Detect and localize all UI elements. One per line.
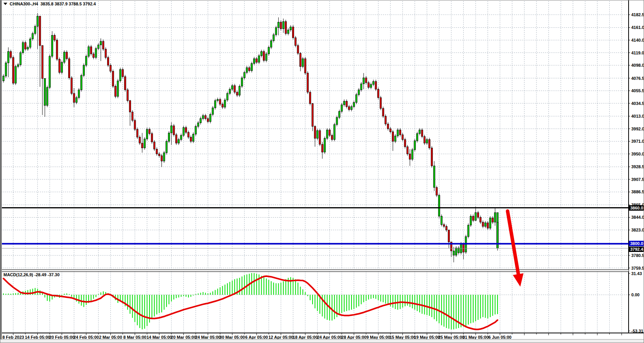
candle-bear xyxy=(365,78,367,83)
candle-bear xyxy=(368,83,369,87)
candle-bull xyxy=(239,86,240,95)
candle-bull xyxy=(17,65,19,67)
candle-bull xyxy=(373,81,374,84)
candle-bear xyxy=(122,69,123,77)
candle-bull xyxy=(353,102,355,106)
candle-bull xyxy=(232,86,233,89)
candle-bull xyxy=(494,213,496,222)
trend-arrow-shaft[interactable] xyxy=(508,211,518,274)
chevron-down-icon[interactable] xyxy=(3,3,7,5)
candle-bear xyxy=(399,130,401,135)
candle-bull xyxy=(275,27,277,35)
candle-bear xyxy=(314,127,316,139)
price-axis-label: 3823.0 xyxy=(631,228,644,232)
candle-bull xyxy=(290,27,291,30)
candle-bear xyxy=(480,217,481,222)
candle-bull xyxy=(470,216,471,225)
candle-bull xyxy=(258,56,260,62)
candle-bear xyxy=(56,40,58,59)
candle-bear xyxy=(71,78,72,93)
symbol-header: CHINA300-,H43835.8 3837.9 3788.5 3792.4 xyxy=(3,2,96,6)
candle-bull xyxy=(78,90,80,98)
candle-bear xyxy=(59,59,60,73)
candle-bull xyxy=(95,49,97,57)
candle-bull xyxy=(475,213,476,220)
candle-bull xyxy=(360,84,362,90)
candle-bear xyxy=(463,244,464,252)
candle-bull xyxy=(412,150,413,159)
candle-bull xyxy=(441,216,442,225)
candle-bull xyxy=(210,114,211,122)
candle-bear xyxy=(285,22,287,34)
candle-bear xyxy=(114,86,116,96)
candle-bull xyxy=(338,112,340,118)
candle-bull xyxy=(193,134,194,142)
price-axis-label: 4140.0 xyxy=(631,38,644,42)
candle-bull xyxy=(64,52,65,62)
axis-layer[interactable]: 4182.54161.04140.04119.04098.04076.54055… xyxy=(0,0,644,340)
price-axis-label: 4076.5 xyxy=(631,76,644,81)
candle-bull xyxy=(324,139,326,152)
candle-bear xyxy=(161,156,162,161)
candle-bear xyxy=(292,27,294,38)
price-axis-label: 3971.0 xyxy=(631,139,644,144)
candle-bull xyxy=(489,218,491,228)
candle-bull xyxy=(44,78,45,105)
candle-bear xyxy=(380,98,382,108)
window-left-edge xyxy=(0,0,2,343)
candle-bull xyxy=(241,78,243,86)
candle-bear xyxy=(151,133,153,142)
candle-bull xyxy=(76,98,77,102)
candle-bear xyxy=(132,112,133,120)
candle-bear xyxy=(190,137,192,141)
candle-bull xyxy=(253,59,255,63)
candle-bear xyxy=(431,148,432,166)
candle-bear xyxy=(409,154,411,159)
bottom-strip xyxy=(0,339,644,343)
candle-bull xyxy=(117,81,119,96)
candle-bear xyxy=(136,129,138,137)
ohlc-readout: 3835.8 3837.9 3788.5 3792.4 xyxy=(40,2,96,6)
candle-bull xyxy=(282,22,284,29)
candle-bull xyxy=(20,53,21,65)
price-axis-label: 3928.5 xyxy=(631,164,644,169)
trend-arrow-head[interactable] xyxy=(513,273,524,287)
mt4-chart-window: 4182.54161.04140.04119.04098.04076.54055… xyxy=(0,0,644,343)
candle-bull xyxy=(98,45,99,48)
price-axis-label: 4098.0 xyxy=(631,63,644,68)
candle-bull xyxy=(419,130,420,133)
candle-bear xyxy=(304,59,306,73)
price-axis-label: 3780.5 xyxy=(631,253,644,258)
candle-bull xyxy=(51,35,53,56)
candle-bull xyxy=(37,16,38,26)
candle-bear xyxy=(375,81,377,89)
candle-bear xyxy=(175,135,177,143)
candle-bear xyxy=(407,147,408,154)
candle-bull xyxy=(458,248,459,253)
candle-bull xyxy=(397,130,399,136)
candle-bull xyxy=(202,116,204,119)
candle-bull xyxy=(27,47,29,49)
candle-bull xyxy=(395,136,396,141)
candle-bear xyxy=(124,77,126,90)
candle-bull xyxy=(214,101,216,108)
candle-bull xyxy=(227,93,228,100)
candle-bear xyxy=(156,149,158,154)
candle-bull xyxy=(288,30,289,34)
candle-bull xyxy=(453,251,454,255)
candle-bull xyxy=(356,95,357,102)
candle-bull xyxy=(370,84,372,88)
candle-bear xyxy=(54,35,55,40)
candle-bull xyxy=(224,100,226,107)
candle-bear xyxy=(436,188,437,195)
candle-bear xyxy=(10,51,12,57)
candle-bull xyxy=(15,66,17,83)
candle-bear xyxy=(134,120,136,129)
candle-bear xyxy=(234,86,235,92)
candle-bear xyxy=(492,218,493,222)
macd-axis-label: 0.00 xyxy=(631,292,639,297)
candle-bull xyxy=(334,125,335,140)
candle-bull xyxy=(119,69,121,81)
price-chart[interactable]: 4182.54161.04140.04119.04098.04076.54055… xyxy=(0,0,644,343)
candle-bear xyxy=(312,104,313,127)
